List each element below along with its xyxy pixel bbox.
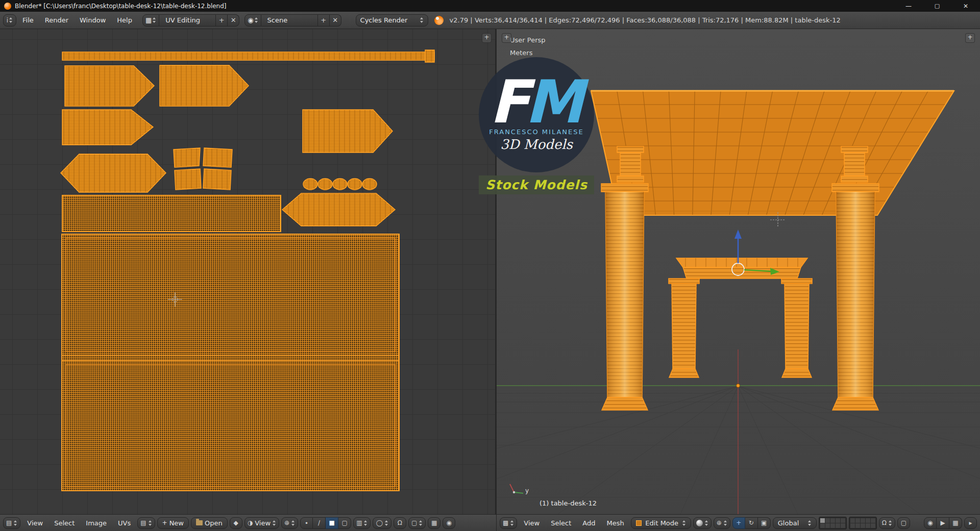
table-leg-right[interactable] <box>832 184 879 410</box>
chevron-updown-icon <box>153 17 156 23</box>
uv-pivot-dropdown[interactable]: ⊕ <box>281 517 298 529</box>
close-button[interactable]: ✕ <box>951 0 980 12</box>
grid-overlay-button[interactable]: ▦ <box>949 517 962 529</box>
rotate-manipulator-button[interactable]: ↻ <box>745 517 758 529</box>
opengl-render-anim-button[interactable]: ▶ <box>937 517 949 529</box>
table-rear-leg-right[interactable] <box>841 146 868 182</box>
scale-manipulator-button[interactable]: ▣ <box>758 517 771 529</box>
screen-layout-name[interactable]: UV Editing <box>159 14 216 27</box>
image-icon: ▤ <box>140 520 146 526</box>
uv-island-wide-strip[interactable] <box>62 195 281 232</box>
table-top[interactable] <box>591 91 954 215</box>
camera-icon: ◉ <box>927 520 933 526</box>
uv-island-quad-4[interactable] <box>203 169 231 190</box>
minimize-button[interactable]: — <box>894 0 923 12</box>
display-channel-dropdown[interactable]: ◑ View <box>244 517 279 529</box>
uv-select-vertex-button[interactable]: ∙ <box>300 517 313 529</box>
editor-type-button-uv[interactable]: ▤ <box>3 517 20 529</box>
uv-editor-pane[interactable]: + <box>0 29 497 514</box>
uv-render-size-button[interactable]: ◉ <box>443 517 455 529</box>
uv-island-large-grid[interactable] <box>62 234 399 491</box>
region-expand-button[interactable]: + <box>965 33 975 43</box>
region-expand-button[interactable]: + <box>502 33 511 43</box>
folder-icon <box>196 520 203 525</box>
watermark-name: FRANCESCO MILANESE <box>489 128 583 136</box>
screen-layout-browse-button[interactable]: ▦ <box>142 14 159 27</box>
v3d-menu-mesh[interactable]: Mesh <box>602 519 628 527</box>
open-image-button[interactable]: Open <box>191 517 228 529</box>
table-rear-leg-left[interactable] <box>617 146 644 182</box>
scene-browse-button[interactable]: ◉ <box>244 14 261 27</box>
uv-menu-uvs[interactable]: UVs <box>113 519 135 527</box>
new-image-button[interactable]: + New <box>157 517 189 529</box>
uv-menu-image[interactable]: Image <box>81 519 111 527</box>
watermark-badge-text: Stock Models <box>485 178 587 192</box>
header-overflow-button[interactable]: ▸ <box>964 517 977 529</box>
v3d-menu-view[interactable]: View <box>519 519 544 527</box>
scene-name[interactable]: Scene <box>261 14 318 27</box>
z-axis-arrow[interactable] <box>734 230 742 239</box>
editor-type-button-info[interactable]: i <box>3 14 16 27</box>
region-expand-button[interactable]: + <box>482 33 492 43</box>
menu-help[interactable]: Help <box>112 14 137 27</box>
uv-select-face-button[interactable]: ■ <box>326 517 338 529</box>
snap-toggle-button[interactable]: Ω <box>394 517 406 529</box>
table-leg-left[interactable] <box>601 184 648 410</box>
sticky-select-dropdown[interactable]: ▥ <box>353 517 371 529</box>
object-origin-dot <box>737 384 740 388</box>
uv-select-edge-button[interactable]: / <box>313 517 326 529</box>
uv-draw-other-objects-button[interactable]: ▦ <box>428 517 440 529</box>
snap-element-icon: ▢ <box>411 520 417 526</box>
uv-island-hexagon-1[interactable] <box>61 154 166 192</box>
uv-island-quad-2[interactable] <box>203 148 232 167</box>
uv-island-arrow-2[interactable] <box>160 65 249 106</box>
layers-widget[interactable] <box>819 517 877 529</box>
menu-render[interactable]: Render <box>40 14 74 27</box>
small-table[interactable] <box>669 258 812 377</box>
uv-island-strip-end[interactable] <box>425 50 434 62</box>
v3d-menu-add[interactable]: Add <box>578 519 600 527</box>
menu-window[interactable]: Window <box>75 14 111 27</box>
scene-statistics: v2.79 | Verts:36,414/36,414 | Edges:72,4… <box>450 16 841 24</box>
uv-island-hexagon-2[interactable] <box>282 193 395 226</box>
chevron-updown-icon <box>255 17 258 23</box>
v3d-menu-select[interactable]: Select <box>546 519 576 527</box>
proportional-edit-dropdown[interactable]: ◯ <box>373 517 391 529</box>
uv-island-circles[interactable] <box>303 179 377 190</box>
viewport-shading-dropdown[interactable] <box>693 517 712 529</box>
uv-island-thin-strip[interactable] <box>62 52 434 60</box>
uv-canvas[interactable] <box>0 29 497 514</box>
view-name-label: User Persp <box>510 36 546 44</box>
snap-element-dropdown[interactable]: ▢ <box>897 517 910 529</box>
screen-layout-delete-button[interactable]: ✕ <box>228 14 239 27</box>
menu-file[interactable]: File <box>17 14 39 27</box>
image-browse-button[interactable]: ▤ <box>137 517 155 529</box>
uv-menu-view[interactable]: View <box>22 519 47 527</box>
uv-menu-select[interactable]: Select <box>50 519 79 527</box>
screen-layout-add-button[interactable]: + <box>216 14 228 27</box>
pivot-point-dropdown[interactable]: ⊕ <box>714 517 730 529</box>
render-engine-dropdown[interactable]: Cycles Render <box>356 14 428 27</box>
snap-toggle-button[interactable]: Ω <box>879 517 895 529</box>
units-label: Meters <box>510 49 532 57</box>
opengl-render-image-button[interactable]: ◉ <box>924 517 937 529</box>
editor-type-button-3d[interactable]: ▩ <box>500 517 517 529</box>
maximize-button[interactable]: ▢ <box>923 0 951 12</box>
uv-island-arrow-3[interactable] <box>62 110 153 145</box>
scene-selector: ◉ Scene + ✕ <box>244 14 341 27</box>
uv-island-quad-1[interactable] <box>174 148 200 167</box>
layers-group-1[interactable] <box>819 517 847 529</box>
uv-island-arrow-1[interactable] <box>65 66 154 106</box>
snap-element-dropdown[interactable]: ▢ <box>408 517 426 529</box>
mode-dropdown[interactable]: Edit Mode <box>631 517 691 529</box>
uv-island-quad-3[interactable] <box>175 169 201 190</box>
orientation-dropdown[interactable]: Global <box>773 517 817 529</box>
scene-add-button[interactable]: + <box>318 14 330 27</box>
layers-group-2[interactable] <box>849 517 877 529</box>
chevron-updown-icon <box>419 520 423 526</box>
pin-image-button[interactable]: ◆ <box>230 517 242 529</box>
translate-manipulator-button[interactable]: + <box>732 517 745 529</box>
uv-island-arrow-4[interactable] <box>303 110 393 153</box>
scene-delete-button[interactable]: ✕ <box>330 14 341 27</box>
uv-select-island-button[interactable]: ▢ <box>338 517 351 529</box>
